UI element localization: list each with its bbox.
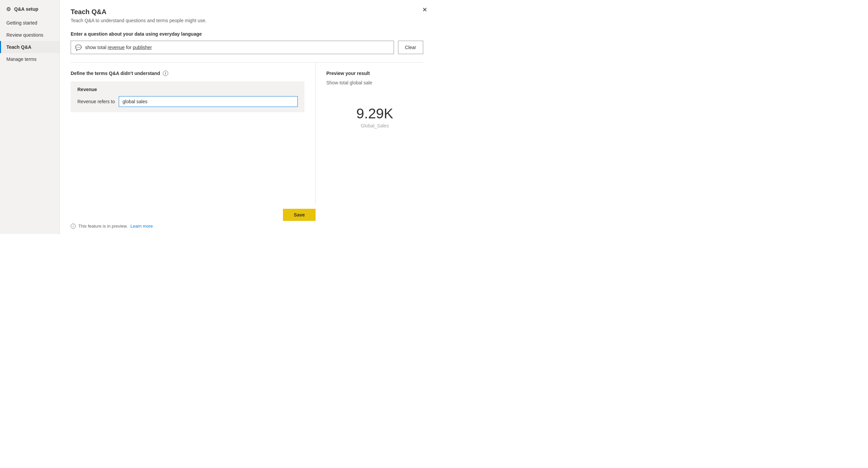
sidebar-item-teach-qa[interactable]: Teach Q&A (0, 41, 60, 53)
footer-note: i This feature is in preview. Learn more (71, 224, 423, 229)
footer-note-text: This feature is in preview. (79, 224, 128, 229)
learn-more-link[interactable]: Learn more (130, 224, 153, 229)
preview-label: Global_Sales (326, 123, 423, 128)
page-subtitle: Teach Q&A to understand questions and te… (71, 18, 423, 23)
question-section-label: Enter a question about your data using e… (71, 31, 423, 37)
define-section-heading: Define the terms Q&A didn't understand i (71, 71, 305, 76)
define-heading-text: Define the terms Q&A didn't understand (71, 71, 160, 76)
question-revenue-term: revenue (108, 45, 125, 50)
two-column-layout: Define the terms Q&A didn't understand i… (71, 63, 423, 205)
sidebar-header: ⚙ Q&A setup (0, 3, 60, 17)
clear-button[interactable]: Clear (398, 41, 423, 54)
question-text: show total revenue for publisher (85, 45, 152, 50)
save-row: Save (71, 209, 423, 221)
main-panel: ✕ Teach Q&A Teach Q&A to understand ques… (60, 0, 434, 234)
question-publisher-term: publisher (133, 45, 152, 50)
question-text-middle: for (125, 45, 133, 50)
term-row: Revenue refers to (78, 96, 298, 107)
sidebar: ⚙ Q&A setup Getting started Review quest… (0, 0, 60, 234)
chat-icon: 💬 (75, 44, 82, 51)
question-text-before: show total (85, 45, 108, 50)
term-refers-to-input[interactable] (119, 96, 298, 107)
term-card: Revenue Revenue refers to (71, 81, 305, 112)
term-refers-to-label: Revenue refers to (78, 99, 115, 104)
footer-info-icon: i (71, 224, 76, 229)
gear-icon: ⚙ (5, 6, 11, 12)
preview-value: 9.29K (326, 106, 423, 122)
left-column: Define the terms Q&A didn't understand i… (71, 63, 316, 205)
preview-heading: Preview your result (326, 71, 423, 76)
preview-text: Show total global sale (326, 80, 423, 86)
term-name: Revenue (78, 87, 298, 92)
sidebar-item-review-questions[interactable]: Review questions (0, 29, 60, 41)
close-button[interactable]: ✕ (421, 5, 429, 15)
page-title: Teach Q&A (71, 8, 423, 16)
sidebar-title: Q&A setup (14, 6, 38, 12)
right-column: Preview your result Show total global sa… (316, 63, 423, 205)
save-button[interactable]: Save (283, 209, 316, 221)
sidebar-item-manage-terms[interactable]: Manage terms (0, 53, 60, 65)
main-content: Teach Q&A Teach Q&A to understand questi… (60, 0, 434, 205)
question-input-wrapper[interactable]: 💬 show total revenue for publisher (71, 41, 394, 54)
question-input-row: 💬 show total revenue for publisher Clear (71, 41, 423, 54)
footer: Save i This feature is in preview. Learn… (60, 205, 434, 234)
sidebar-item-getting-started[interactable]: Getting started (0, 17, 60, 29)
define-info-icon[interactable]: i (163, 71, 168, 76)
